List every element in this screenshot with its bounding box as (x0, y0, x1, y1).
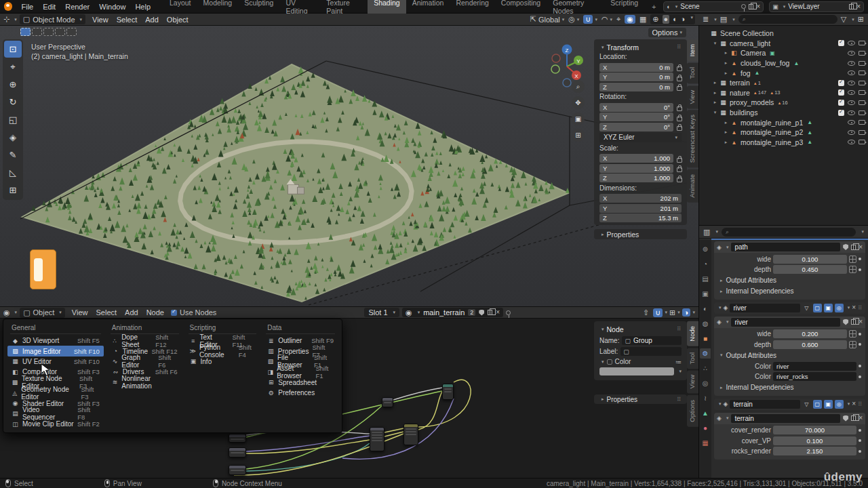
dimension-field[interactable]: Z15.3 m (599, 214, 682, 222)
outliner-item-label[interactable]: clouds_low_fog (741, 59, 789, 67)
add-workspace-button[interactable]: + (646, 1, 662, 13)
outliner-item-label[interactable]: fog (741, 69, 751, 77)
disable-render-icon[interactable] (859, 130, 865, 135)
close-icon[interactable]: × (496, 309, 500, 316)
shader-type-selector[interactable]: ▢Object▾ (20, 308, 65, 318)
node-sidebar-tab[interactable]: View (687, 370, 698, 393)
shading-material-icon[interactable]: ◐ (673, 15, 677, 24)
viewport-3d[interactable]: User Perspective (2) camera_light | Main… (0, 26, 698, 306)
hide-viewport-icon[interactable] (848, 120, 855, 125)
topbar-menu[interactable]: Help (130, 1, 155, 12)
preview-shading-icon[interactable]: ◑ (682, 308, 691, 317)
disable-render-icon[interactable] (859, 41, 865, 45)
param-slider[interactable]: 2.150 (773, 447, 856, 455)
lock-icon[interactable] (676, 165, 682, 171)
outliner-row[interactable]: ▸ clouds_low_fog (699, 58, 868, 68)
node[interactable] (403, 424, 418, 445)
shading-rendered-icon[interactable]: ◑ (681, 15, 686, 24)
tool-button[interactable]: ✎ (4, 146, 22, 163)
fake-user-shield-icon[interactable] (479, 310, 484, 316)
outliner-item-label[interactable]: montaigle_ruine_p3 (741, 138, 803, 146)
fake-user-shield-icon[interactable] (843, 244, 848, 250)
tab-render[interactable]: ◔ (700, 259, 711, 269)
camera-view-icon[interactable]: ▣ (572, 113, 585, 125)
tab-material[interactable]: ● (700, 423, 711, 433)
expand-caret-icon[interactable]: ▸ (722, 140, 730, 145)
tool-button[interactable]: ↻ (4, 94, 22, 110)
node[interactable] (229, 465, 246, 475)
param-slider[interactable]: 0.200 (773, 329, 847, 338)
expand-caret-icon[interactable]: ▾ (711, 41, 719, 46)
param-slider[interactable]: 0.600 (773, 340, 847, 349)
drag-dots[interactable]: ⠿ (858, 305, 863, 311)
snap-toggle[interactable]: ∪▾ (583, 15, 597, 24)
param-slider[interactable]: 0.100 (773, 255, 847, 264)
attribute-toggle-icon[interactable] (849, 330, 856, 338)
rotation-mode-select[interactable]: XYZ Euler▾ (599, 133, 682, 142)
hide-viewport-icon[interactable] (848, 140, 855, 144)
realtime-toggle-icon[interactable]: ▢ (813, 400, 822, 409)
lock-icon[interactable] (676, 115, 682, 120)
exclude-checkbox[interactable] (838, 80, 844, 86)
node-properties-collapsed[interactable]: ▸Properties⠿ (594, 394, 687, 404)
presets-icon[interactable]: ≔ (675, 359, 682, 365)
filter-icon[interactable]: ▽ (841, 15, 846, 24)
location-field[interactable]: Y0 m (599, 73, 673, 81)
exclude-checkbox[interactable] (838, 89, 844, 96)
tab-view-layer[interactable]: ▣ (700, 289, 711, 299)
gizmo-neg-y-axis[interactable] (551, 65, 559, 73)
copy-icon[interactable] (849, 4, 854, 9)
outliner-row[interactable]: ▸ montaigle_ruine_p3 (699, 138, 868, 148)
parent-node-icon[interactable]: ⇧ (643, 308, 649, 317)
section-internal-dependencies[interactable]: ▸Internal Dependencies (714, 383, 865, 392)
tab-physics[interactable]: ◎ (700, 378, 711, 388)
hide-viewport-icon[interactable] (848, 110, 855, 115)
outliner-editor-icon[interactable]: ≣ (703, 15, 709, 24)
node-color-swatch[interactable] (599, 367, 674, 375)
section-internal-dependencies[interactable]: ▸Internal Dependencies (714, 287, 865, 296)
tab-object[interactable]: ■ (700, 333, 711, 344)
node-editor-menu[interactable]: Add (121, 308, 142, 317)
hide-viewport-icon[interactable] (848, 90, 855, 95)
viewport-menu[interactable]: Add (141, 15, 163, 24)
outliner-row[interactable]: ▾ buildings (699, 108, 868, 118)
menu-item[interactable]: ≋Nonlinear Animation (108, 378, 182, 388)
realtime-toggle-icon[interactable]: ▢ (813, 304, 822, 312)
group-name-field[interactable]: river (731, 318, 840, 327)
disable-render-icon[interactable] (859, 140, 865, 144)
display-mode-icon[interactable]: ▤ (720, 15, 727, 24)
hide-viewport-icon[interactable] (848, 70, 855, 75)
disable-render-icon[interactable] (859, 61, 865, 66)
attribute-toggle-icon[interactable] (849, 266, 856, 273)
chevron-down-icon[interactable]: ▾ (848, 305, 850, 310)
editor-type-icon[interactable]: ⊹ (3, 15, 9, 24)
disable-render-icon[interactable] (859, 100, 865, 105)
gizmo-x-axis[interactable]: X (574, 73, 578, 79)
exclude-checkbox[interactable] (838, 100, 844, 106)
outliner-item-label[interactable]: montaigle_ruine_p1 (741, 119, 803, 127)
sidebar-tab[interactable]: View (687, 85, 698, 108)
tab-particles[interactable]: ∴ (700, 363, 711, 373)
sidebar-tab[interactable]: Screencast Keys (687, 110, 698, 167)
lock-icon[interactable] (676, 124, 682, 129)
xray-icon[interactable]: ▦ (639, 15, 646, 24)
output-attribute-field[interactable]: river_rocks (773, 372, 856, 381)
drag-dots[interactable]: ⠿ (858, 401, 863, 407)
param-slider[interactable]: 70.000 (773, 426, 856, 434)
menu-item[interactable]: ◨Asset BrowserShift F1 (263, 367, 338, 377)
outliner-item-label[interactable]: buildings (730, 108, 757, 117)
scene-selector[interactable]: ◐▾ Scene × (663, 1, 764, 12)
show-gizmo-icon[interactable]: ⌖ (616, 15, 620, 24)
expand-caret-icon[interactable]: ▸ (722, 60, 730, 66)
hide-viewport-icon[interactable] (848, 81, 855, 85)
viewport-menu[interactable]: Object (163, 15, 193, 24)
menu-item[interactable]: ∴Dope SheetShift F12 (108, 336, 182, 346)
node[interactable] (229, 434, 246, 443)
fake-user-shield-icon[interactable] (843, 415, 848, 422)
shading-solid-icon[interactable]: ● (663, 15, 670, 24)
topbar-menu[interactable]: File (16, 1, 38, 12)
keyframe-dot[interactable] (859, 450, 861, 453)
properties-editor-icon[interactable]: ▥ (703, 228, 710, 237)
outliner-row[interactable]: ▸ montaigle_ruine_p2 (699, 127, 868, 138)
blender-logo-icon[interactable] (4, 2, 12, 11)
